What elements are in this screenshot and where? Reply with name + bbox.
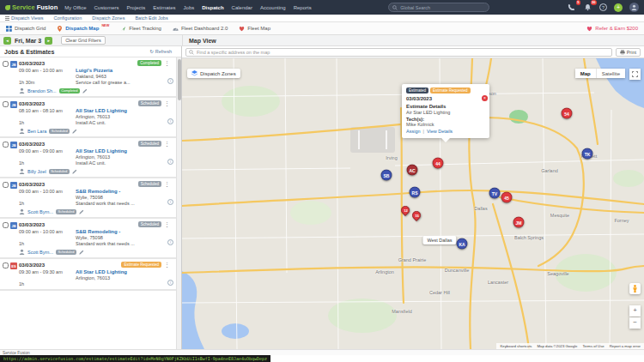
tech-name[interactable]: Scott Byrn... xyxy=(27,250,53,255)
map-address-search[interactable] xyxy=(185,48,612,57)
nav-reports[interactable]: Reports xyxy=(294,5,312,10)
map-marker-KA[interactable]: KA xyxy=(457,238,468,250)
add-icon[interactable]: + xyxy=(614,3,623,12)
map-marker-JM[interactable]: JM xyxy=(513,217,525,228)
map-marker-RS[interactable]: RS xyxy=(410,187,421,198)
map-type-map-button[interactable]: Map xyxy=(575,69,596,78)
popup-close-icon[interactable]: × xyxy=(482,95,488,101)
job-customer-link[interactable]: Luigi's Pizzeria xyxy=(76,68,170,73)
jobs-list[interactable]: JB 03/03/2023 Completed ⋮ 09:00 am - 10:… xyxy=(0,57,181,349)
nav-estimates[interactable]: Estimates xyxy=(153,5,175,10)
jobs-refresh-link[interactable]: ↻ Refresh xyxy=(150,49,177,54)
dispatch-zones-button[interactable]: Dispatch Zones xyxy=(187,69,240,78)
nav-jobs[interactable]: Jobs xyxy=(184,5,195,10)
jobs-scrollbar[interactable] xyxy=(176,57,181,349)
scrollbar-thumb[interactable] xyxy=(178,59,181,100)
job-checkbox[interactable] xyxy=(3,61,9,67)
map-marker-44[interactable]: 44 xyxy=(433,158,444,169)
map-canvas[interactable]: Dispatch Zones Map Satellite Estimated E… xyxy=(182,58,644,349)
map-marker-AC[interactable]: AC xyxy=(407,165,418,176)
job-checkbox[interactable] xyxy=(3,142,9,148)
tab-fleet-dashboard[interactable]: Fleet Dashboard 2.0 xyxy=(173,26,228,32)
fullscreen-button[interactable] xyxy=(629,69,641,80)
subnav-configuration[interactable]: Configuration xyxy=(54,15,82,21)
info-icon[interactable]: i xyxy=(167,199,173,205)
job-customer-link[interactable]: All Star LED Lighting xyxy=(76,108,170,113)
keyboard-shortcuts-link[interactable]: Keyboard shortcuts xyxy=(500,344,532,348)
job-card[interactable]: ES 03/03/2023 Estimate Requested ⋮ 09:30… xyxy=(0,259,176,291)
kebab-menu-icon[interactable]: ⋮ xyxy=(164,221,170,227)
assign-link[interactable]: Assign xyxy=(406,129,421,134)
job-checkbox[interactable] xyxy=(3,182,9,188)
job-checkbox[interactable] xyxy=(3,222,9,228)
job-customer-link[interactable]: S&B Remodeling - xyxy=(76,189,170,194)
global-search-input[interactable] xyxy=(400,5,485,10)
service-fusion-logo[interactable]: Service Fusion xyxy=(5,3,58,11)
job-card[interactable]: JB 03/03/2023 Completed ⋮ 09:00 am - 10:… xyxy=(0,57,176,98)
map-marker-TK[interactable]: TK xyxy=(582,148,593,160)
job-customer-link[interactable]: All Star LED Lighting xyxy=(76,148,170,154)
tech-name[interactable]: Ben Lara xyxy=(27,129,46,134)
nav-my-office[interactable]: My Office xyxy=(64,5,86,10)
map-marker-TV[interactable]: TV xyxy=(489,188,501,199)
info-icon[interactable]: i xyxy=(167,159,173,165)
nav-calendar[interactable]: Calendar xyxy=(232,5,252,10)
job-card[interactable]: JB 03/03/2023 Scheduled ⋮ 09:00 am - 09:… xyxy=(0,138,176,178)
subnav-dispatch-views[interactable]: Dispatch Views xyxy=(5,15,44,21)
clear-grid-filters-button[interactable]: Clear Grid Filters xyxy=(61,36,106,45)
west-dallas-chip[interactable]: West Dallas xyxy=(422,236,456,244)
info-icon[interactable]: i xyxy=(167,239,173,245)
job-checkbox[interactable] xyxy=(3,262,9,268)
view-details-link[interactable]: View Details xyxy=(427,129,453,134)
prev-day-button[interactable]: ◄ xyxy=(3,37,11,45)
edit-pencil-icon[interactable] xyxy=(79,209,84,214)
kebab-menu-icon[interactable]: ⋮ xyxy=(164,60,170,66)
tech-name[interactable]: Brandon Sh... xyxy=(27,88,57,94)
tab-dispatch-map[interactable]: Dispatch Map NEW xyxy=(57,26,109,32)
job-customer-link[interactable]: S&B Remodeling - xyxy=(76,229,170,234)
map-marker-54[interactable]: 54 xyxy=(562,108,573,119)
terms-link[interactable]: Terms of Use xyxy=(582,344,604,348)
tab-dispatch-grid[interactable]: Dispatch Grid xyxy=(6,26,46,32)
edit-pencil-icon[interactable] xyxy=(72,129,77,134)
tech-name[interactable]: Scott Byrn... xyxy=(27,209,53,214)
nav-projects[interactable]: Projects xyxy=(127,5,146,10)
nav-dispatch[interactable]: Dispatch xyxy=(202,5,223,10)
subnav-dispatch-zones[interactable]: Dispatch Zones xyxy=(92,15,125,21)
nav-customers[interactable]: Customers xyxy=(94,5,119,10)
map-marker-SB[interactable]: SB xyxy=(381,170,392,181)
job-customer-link[interactable]: All Star LED Lighting xyxy=(76,269,170,275)
kebab-menu-icon[interactable]: ⋮ xyxy=(164,181,170,187)
job-card[interactable]: JB 03/03/2023 Scheduled ⋮ 09:00 am - 10:… xyxy=(0,178,176,219)
tab-fleet-map[interactable]: Fleet Map xyxy=(239,26,270,32)
edit-pencil-icon[interactable] xyxy=(79,250,84,255)
user-avatar[interactable] xyxy=(629,3,639,12)
edit-pencil-icon[interactable] xyxy=(82,88,88,94)
print-button[interactable]: Print xyxy=(616,48,641,57)
tech-name[interactable]: Billy Joel xyxy=(27,169,46,174)
bell-icon[interactable]: 30 xyxy=(583,3,592,12)
kebab-menu-icon[interactable]: ⋮ xyxy=(164,100,170,106)
job-checkbox[interactable] xyxy=(3,101,9,107)
subnav-batch-edit-jobs[interactable]: Batch Edit Jobs xyxy=(135,15,167,21)
pegman-button[interactable] xyxy=(629,283,641,294)
kebab-menu-icon[interactable]: ⋮ xyxy=(164,141,170,147)
job-card[interactable]: JB 03/03/2023 Scheduled ⋮ 09:00 am - 10:… xyxy=(0,219,176,259)
tab-fleet-tracking[interactable]: Fleet Tracking xyxy=(120,26,161,32)
info-icon[interactable]: i xyxy=(167,118,173,124)
nav-accounting[interactable]: Accounting xyxy=(260,5,286,10)
refer-earn-link[interactable]: Refer & Earn $200 xyxy=(586,26,638,32)
map-type-satellite-button[interactable]: Satellite xyxy=(596,69,625,78)
info-icon[interactable]: i xyxy=(167,78,173,84)
kebab-menu-icon[interactable]: ⋮ xyxy=(164,262,170,268)
zoom-out-button[interactable]: − xyxy=(629,317,641,329)
phone-icon[interactable]: 5 xyxy=(567,3,576,12)
edit-pencil-icon[interactable] xyxy=(72,169,77,174)
zoom-in-button[interactable]: + xyxy=(629,305,641,317)
report-error-link[interactable]: Report a map error xyxy=(610,344,641,348)
job-card[interactable]: JB 03/03/2023 Scheduled ⋮ 08:10 am - 08:… xyxy=(0,98,176,138)
info-icon[interactable]: i xyxy=(167,280,173,286)
global-search[interactable] xyxy=(388,3,489,12)
map-marker-45[interactable]: 45 xyxy=(501,192,513,203)
help-icon[interactable]: ? xyxy=(599,3,607,11)
